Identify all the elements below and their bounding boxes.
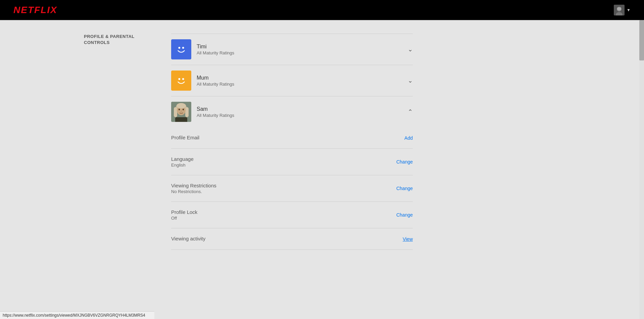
netflix-logo[interactable]: NETFLIX (13, 5, 57, 15)
viewing-restrictions-value: No Restrictions. (171, 189, 216, 194)
profile-lock-label: Profile Lock (171, 209, 197, 215)
language-value: English (171, 163, 194, 168)
svg-rect-4 (617, 7, 621, 10)
profile-lock-row: Profile Lock Off Change (171, 202, 413, 228)
svg-rect-8 (175, 74, 188, 87)
profile-email-info: Profile Email (171, 135, 199, 141)
profile-email-row: Profile Email Add (171, 127, 413, 149)
viewing-restrictions-action[interactable]: Change (396, 186, 413, 191)
svg-rect-13 (174, 107, 177, 117)
viewing-activity-row: Viewing activity View (171, 228, 413, 249)
viewing-activity-label: Viewing activity (171, 236, 205, 241)
svg-rect-14 (185, 107, 189, 117)
viewing-activity-action[interactable]: View (403, 236, 413, 242)
main-content: PROFILE & PARENTAL CONTROLS Timi All Mat… (0, 20, 470, 263)
scroll-track[interactable] (639, 20, 644, 319)
svg-point-17 (183, 109, 184, 110)
svg-rect-5 (175, 43, 188, 56)
viewing-restrictions-label: Viewing Restrictions (171, 183, 216, 188)
profile-name-sam: Sam (197, 106, 408, 112)
sidebar: PROFILE & PARENTAL CONTROLS (84, 34, 171, 250)
viewing-restrictions-row: Viewing Restrictions No Restrictions. Ch… (171, 175, 413, 202)
svg-rect-19 (175, 117, 187, 122)
status-bar: https://www.netflix.com/settings/viewed/… (0, 311, 154, 319)
svg-point-18 (181, 111, 182, 111)
header: NETFLIX ▼ (0, 0, 644, 20)
profile-rating-timi: All Maturity Ratings (197, 50, 408, 55)
profile-row-timi[interactable]: Timi All Maturity Ratings ⌄ (171, 34, 413, 65)
profile-info-sam: Sam All Maturity Ratings (197, 106, 408, 118)
profile-lock-action[interactable]: Change (396, 212, 413, 218)
user-menu[interactable]: ▼ (614, 5, 631, 15)
sidebar-title: PROFILE & PARENTAL CONTROLS (84, 34, 158, 46)
language-info: Language English (171, 156, 194, 168)
profile-email-action[interactable]: Add (404, 135, 413, 141)
profile-info-mum: Mum All Maturity Ratings (197, 75, 408, 87)
avatar (614, 5, 625, 15)
chevron-down-icon-mum: ⌄ (408, 77, 413, 84)
viewing-activity-info: Viewing activity (171, 236, 205, 242)
profile-info-timi: Timi All Maturity Ratings (197, 44, 408, 55)
profile-rating-sam: All Maturity Ratings (197, 113, 408, 118)
profile-row-sam[interactable]: Sam All Maturity Ratings ⌃ (171, 96, 413, 127)
language-row: Language English Change (171, 149, 413, 175)
svg-point-10 (182, 78, 184, 80)
svg-point-6 (178, 47, 180, 49)
profile-row-mum[interactable]: Mum All Maturity Ratings ⌄ (171, 65, 413, 96)
svg-point-7 (182, 47, 184, 49)
status-url: https://www.netflix.com/settings/viewed/… (3, 313, 145, 318)
expanded-section: Profile Email Add Language English Chang… (171, 127, 413, 250)
chevron-down-icon: ▼ (627, 8, 631, 12)
profile-lock-info: Profile Lock Off (171, 209, 197, 221)
profile-name-timi: Timi (197, 44, 408, 50)
language-action[interactable]: Change (396, 159, 413, 165)
profile-rating-mum: All Maturity Ratings (197, 82, 408, 87)
svg-point-16 (179, 109, 180, 110)
profile-avatar-timi (171, 39, 191, 59)
profile-email-label: Profile Email (171, 135, 199, 140)
scroll-thumb[interactable] (639, 20, 644, 60)
chevron-down-icon-timi: ⌄ (408, 46, 413, 53)
profile-avatar-sam (171, 102, 191, 122)
profiles-container: Timi All Maturity Ratings ⌄ Mum All Matu… (171, 34, 413, 250)
profile-lock-value: Off (171, 216, 197, 221)
viewing-restrictions-info: Viewing Restrictions No Restrictions. (171, 183, 216, 194)
profile-name-mum: Mum (197, 75, 408, 81)
svg-point-9 (178, 78, 180, 80)
language-label: Language (171, 156, 194, 162)
profile-avatar-mum (171, 71, 191, 91)
svg-point-20 (177, 103, 186, 108)
chevron-up-icon-sam: ⌃ (408, 108, 413, 116)
